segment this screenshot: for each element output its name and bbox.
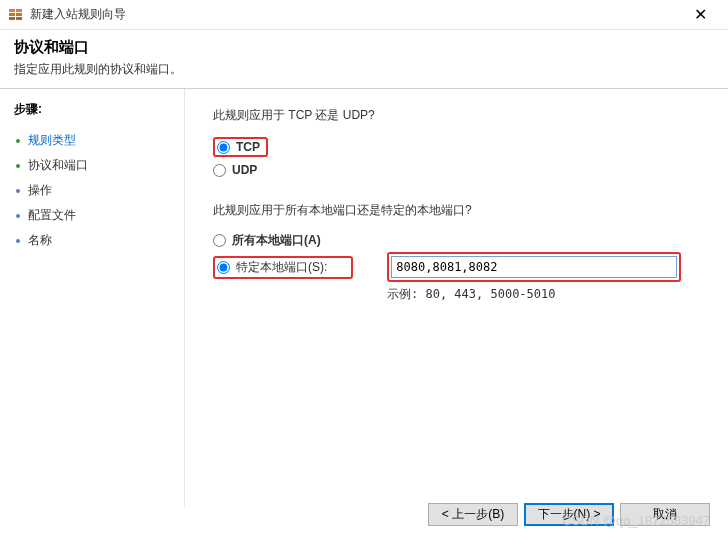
tcp-label[interactable]: TCP bbox=[236, 140, 260, 154]
content-area: 步骤: 规则类型 协议和端口 操作 配置文件 名称 此规则应用于 TCP 还是 … bbox=[0, 89, 728, 507]
svg-rect-2 bbox=[9, 13, 15, 16]
page-subtitle: 指定应用此规则的协议和端口。 bbox=[14, 61, 714, 78]
step-label: 名称 bbox=[28, 232, 52, 249]
close-button[interactable]: ✕ bbox=[680, 1, 720, 29]
specific-ports-highlight: 特定本地端口(S): bbox=[213, 256, 353, 279]
next-button[interactable]: 下一步(N) > bbox=[524, 503, 614, 526]
protocol-radio-group: TCP UDP bbox=[213, 134, 700, 180]
step-label: 操作 bbox=[28, 182, 52, 199]
udp-radio[interactable] bbox=[213, 164, 226, 177]
svg-rect-0 bbox=[9, 9, 15, 12]
svg-rect-1 bbox=[16, 9, 22, 12]
step-label: 协议和端口 bbox=[28, 157, 88, 174]
steps-sidebar: 步骤: 规则类型 协议和端口 操作 配置文件 名称 bbox=[0, 89, 185, 507]
svg-rect-3 bbox=[16, 13, 22, 16]
bullet-icon bbox=[14, 212, 22, 220]
port-input-highlight bbox=[387, 252, 681, 282]
close-icon: ✕ bbox=[694, 5, 707, 24]
specific-ports-radio[interactable] bbox=[217, 261, 230, 274]
svg-point-9 bbox=[16, 214, 20, 218]
port-input[interactable] bbox=[391, 256, 677, 278]
back-button[interactable]: < 上一步(B) bbox=[428, 503, 518, 526]
specific-ports-label[interactable]: 特定本地端口(S): bbox=[236, 259, 327, 276]
bullet-icon bbox=[14, 137, 22, 145]
all-ports-radio[interactable] bbox=[213, 234, 226, 247]
firewall-icon bbox=[8, 7, 24, 23]
bullet-icon bbox=[14, 237, 22, 245]
port-radio-group: 所有本地端口(A) 特定本地端口(S): 示例: 80, 443, 5000-5… bbox=[213, 229, 700, 303]
svg-point-7 bbox=[16, 164, 20, 168]
tcp-highlight: TCP bbox=[213, 137, 268, 157]
steps-heading: 步骤: bbox=[14, 101, 170, 118]
svg-rect-4 bbox=[9, 17, 15, 20]
titlebar: 新建入站规则向导 ✕ bbox=[0, 0, 728, 30]
svg-point-10 bbox=[16, 239, 20, 243]
all-ports-label[interactable]: 所有本地端口(A) bbox=[232, 232, 321, 249]
step-label: 配置文件 bbox=[28, 207, 76, 224]
step-protocol-port[interactable]: 协议和端口 bbox=[14, 153, 170, 178]
bullet-icon bbox=[14, 187, 22, 195]
step-label: 规则类型 bbox=[28, 132, 76, 149]
svg-point-6 bbox=[16, 139, 20, 143]
bullet-icon bbox=[14, 162, 22, 170]
wizard-footer: < 上一步(B) 下一步(N) > 取消 bbox=[428, 503, 710, 526]
step-profile[interactable]: 配置文件 bbox=[14, 203, 170, 228]
wizard-header: 协议和端口 指定应用此规则的协议和端口。 bbox=[0, 30, 728, 89]
window-title: 新建入站规则向导 bbox=[30, 6, 680, 23]
port-question: 此规则应用于所有本地端口还是特定的本地端口? bbox=[213, 202, 700, 219]
step-rule-type[interactable]: 规则类型 bbox=[14, 128, 170, 153]
svg-rect-5 bbox=[16, 17, 22, 20]
cancel-button[interactable]: 取消 bbox=[620, 503, 710, 526]
port-example: 示例: 80, 443, 5000-5010 bbox=[387, 286, 700, 303]
page-title: 协议和端口 bbox=[14, 38, 714, 57]
tcp-radio[interactable] bbox=[217, 141, 230, 154]
step-name[interactable]: 名称 bbox=[14, 228, 170, 253]
svg-point-8 bbox=[16, 189, 20, 193]
step-action[interactable]: 操作 bbox=[14, 178, 170, 203]
main-panel: 此规则应用于 TCP 还是 UDP? TCP UDP 此规则应用于所有本地端口还… bbox=[185, 89, 728, 507]
udp-label[interactable]: UDP bbox=[232, 163, 257, 177]
protocol-question: 此规则应用于 TCP 还是 UDP? bbox=[213, 107, 700, 124]
